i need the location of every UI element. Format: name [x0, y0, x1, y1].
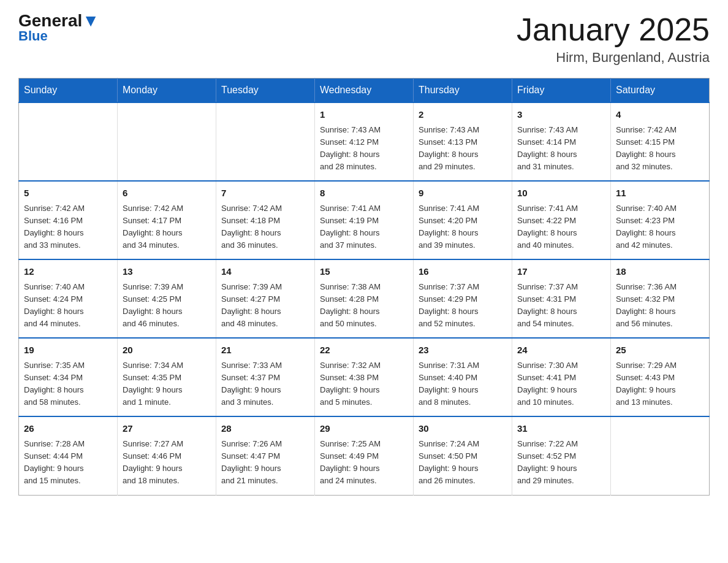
calendar-cell: 14Sunrise: 7:39 AMSunset: 4:27 PMDayligh…: [216, 259, 315, 338]
logo-general-text: General▼: [18, 12, 99, 29]
weekday-header-sunday: Sunday: [19, 79, 118, 103]
weekday-header-monday: Monday: [118, 79, 216, 103]
calendar-cell: 27Sunrise: 7:27 AMSunset: 4:46 PMDayligh…: [118, 416, 216, 495]
day-info: Sunrise: 7:27 AMSunset: 4:46 PMDaylight:…: [123, 438, 211, 488]
day-number: 13: [123, 265, 211, 279]
page-header: General▼ Blue January 2025 Hirm, Burgenl…: [18, 12, 710, 66]
calendar-cell: 6Sunrise: 7:42 AMSunset: 4:17 PMDaylight…: [118, 181, 216, 259]
day-number: 18: [616, 265, 704, 279]
day-number: 10: [517, 186, 605, 201]
day-number: 25: [616, 343, 704, 358]
calendar-cell: 23Sunrise: 7:31 AMSunset: 4:40 PMDayligh…: [414, 338, 512, 416]
day-info: Sunrise: 7:29 AMSunset: 4:43 PMDaylight:…: [616, 359, 704, 409]
calendar-cell: 3Sunrise: 7:43 AMSunset: 4:14 PMDaylight…: [512, 102, 611, 181]
weekday-header-friday: Friday: [512, 79, 611, 103]
day-info: Sunrise: 7:39 AMSunset: 4:25 PMDaylight:…: [123, 281, 211, 331]
day-number: 17: [517, 265, 605, 279]
day-number: 29: [320, 422, 408, 436]
calendar-cell: 31Sunrise: 7:22 AMSunset: 4:52 PMDayligh…: [512, 416, 611, 495]
day-info: Sunrise: 7:31 AMSunset: 4:40 PMDaylight:…: [419, 359, 507, 409]
day-info: Sunrise: 7:42 AMSunset: 4:16 PMDaylight:…: [24, 202, 112, 252]
logo: General▼ Blue: [18, 12, 99, 44]
day-info: Sunrise: 7:28 AMSunset: 4:44 PMDaylight:…: [24, 438, 112, 488]
day-number: 2: [419, 108, 507, 122]
weekday-header-thursday: Thursday: [414, 79, 512, 103]
day-info: Sunrise: 7:30 AMSunset: 4:41 PMDaylight:…: [517, 359, 605, 409]
day-number: 7: [221, 186, 309, 201]
day-info: Sunrise: 7:41 AMSunset: 4:20 PMDaylight:…: [419, 202, 507, 252]
calendar-cell: 29Sunrise: 7:25 AMSunset: 4:49 PMDayligh…: [315, 416, 414, 495]
calendar-cell: 19Sunrise: 7:35 AMSunset: 4:34 PMDayligh…: [19, 338, 118, 416]
day-number: 4: [616, 108, 704, 122]
calendar-cell: 22Sunrise: 7:32 AMSunset: 4:38 PMDayligh…: [315, 338, 414, 416]
calendar-week-row: 5Sunrise: 7:42 AMSunset: 4:16 PMDaylight…: [19, 181, 710, 259]
calendar-cell: 25Sunrise: 7:29 AMSunset: 4:43 PMDayligh…: [611, 338, 710, 416]
calendar-title: January 2025: [517, 12, 710, 47]
calendar-cell: 8Sunrise: 7:41 AMSunset: 4:19 PMDaylight…: [315, 181, 414, 259]
calendar-body: 1Sunrise: 7:43 AMSunset: 4:12 PMDaylight…: [19, 102, 710, 495]
day-number: 31: [517, 422, 605, 436]
weekday-header-wednesday: Wednesday: [315, 79, 414, 103]
weekday-header-saturday: Saturday: [611, 79, 710, 103]
day-info: Sunrise: 7:22 AMSunset: 4:52 PMDaylight:…: [517, 438, 605, 488]
day-number: 15: [320, 265, 408, 279]
calendar-cell: [611, 416, 710, 495]
calendar-cell: 9Sunrise: 7:41 AMSunset: 4:20 PMDaylight…: [414, 181, 512, 259]
calendar-cell: 2Sunrise: 7:43 AMSunset: 4:13 PMDaylight…: [414, 102, 512, 181]
logo-blue-text: Blue: [18, 28, 48, 44]
day-info: Sunrise: 7:38 AMSunset: 4:28 PMDaylight:…: [320, 281, 408, 331]
calendar-cell: 5Sunrise: 7:42 AMSunset: 4:16 PMDaylight…: [19, 181, 118, 259]
weekday-row: SundayMondayTuesdayWednesdayThursdayFrid…: [19, 79, 710, 103]
calendar-cell: 26Sunrise: 7:28 AMSunset: 4:44 PMDayligh…: [19, 416, 118, 495]
day-info: Sunrise: 7:43 AMSunset: 4:14 PMDaylight:…: [517, 124, 605, 174]
day-number: 23: [419, 343, 507, 358]
day-number: 30: [419, 422, 507, 436]
day-info: Sunrise: 7:37 AMSunset: 4:31 PMDaylight:…: [517, 281, 605, 331]
day-number: 21: [221, 343, 309, 358]
calendar-subtitle: Hirm, Burgenland, Austria: [517, 50, 710, 66]
day-number: 24: [517, 343, 605, 358]
title-area: January 2025 Hirm, Burgenland, Austria: [517, 12, 710, 66]
day-number: 5: [24, 186, 112, 201]
calendar-cell: 28Sunrise: 7:26 AMSunset: 4:47 PMDayligh…: [216, 416, 315, 495]
calendar-week-row: 1Sunrise: 7:43 AMSunset: 4:12 PMDaylight…: [19, 102, 710, 181]
day-number: 11: [616, 186, 704, 201]
calendar-header: SundayMondayTuesdayWednesdayThursdayFrid…: [19, 79, 710, 103]
calendar-cell: 7Sunrise: 7:42 AMSunset: 4:18 PMDaylight…: [216, 181, 315, 259]
day-info: Sunrise: 7:35 AMSunset: 4:34 PMDaylight:…: [24, 359, 112, 409]
day-number: 19: [24, 343, 112, 358]
calendar-cell: 21Sunrise: 7:33 AMSunset: 4:37 PMDayligh…: [216, 338, 315, 416]
day-number: 3: [517, 108, 605, 122]
calendar-cell: 11Sunrise: 7:40 AMSunset: 4:23 PMDayligh…: [611, 181, 710, 259]
day-info: Sunrise: 7:42 AMSunset: 4:18 PMDaylight:…: [221, 202, 309, 252]
day-number: 9: [419, 186, 507, 201]
calendar-cell: 10Sunrise: 7:41 AMSunset: 4:22 PMDayligh…: [512, 181, 611, 259]
day-info: Sunrise: 7:36 AMSunset: 4:32 PMDaylight:…: [616, 281, 704, 331]
day-number: 22: [320, 343, 408, 358]
calendar-cell: 4Sunrise: 7:42 AMSunset: 4:15 PMDaylight…: [611, 102, 710, 181]
calendar-cell: [216, 102, 315, 181]
calendar-cell: 15Sunrise: 7:38 AMSunset: 4:28 PMDayligh…: [315, 259, 414, 338]
calendar-cell: [118, 102, 216, 181]
day-number: 16: [419, 265, 507, 279]
day-info: Sunrise: 7:26 AMSunset: 4:47 PMDaylight:…: [221, 438, 309, 488]
day-info: Sunrise: 7:41 AMSunset: 4:22 PMDaylight:…: [517, 202, 605, 252]
calendar-cell: 20Sunrise: 7:34 AMSunset: 4:35 PMDayligh…: [118, 338, 216, 416]
calendar-cell: 13Sunrise: 7:39 AMSunset: 4:25 PMDayligh…: [118, 259, 216, 338]
day-number: 8: [320, 186, 408, 201]
day-number: 6: [123, 186, 211, 201]
day-info: Sunrise: 7:40 AMSunset: 4:23 PMDaylight:…: [616, 202, 704, 252]
day-number: 12: [24, 265, 112, 279]
calendar-cell: 18Sunrise: 7:36 AMSunset: 4:32 PMDayligh…: [611, 259, 710, 338]
day-number: 28: [221, 422, 309, 436]
day-number: 26: [24, 422, 112, 436]
calendar-cell: 1Sunrise: 7:43 AMSunset: 4:12 PMDaylight…: [315, 102, 414, 181]
calendar-cell: 17Sunrise: 7:37 AMSunset: 4:31 PMDayligh…: [512, 259, 611, 338]
day-number: 14: [221, 265, 309, 279]
calendar-table: SundayMondayTuesdayWednesdayThursdayFrid…: [18, 78, 710, 495]
day-info: Sunrise: 7:24 AMSunset: 4:50 PMDaylight:…: [419, 438, 507, 488]
day-info: Sunrise: 7:39 AMSunset: 4:27 PMDaylight:…: [221, 281, 309, 331]
calendar-cell: 30Sunrise: 7:24 AMSunset: 4:50 PMDayligh…: [414, 416, 512, 495]
calendar-week-row: 12Sunrise: 7:40 AMSunset: 4:24 PMDayligh…: [19, 259, 710, 338]
calendar-cell: 12Sunrise: 7:40 AMSunset: 4:24 PMDayligh…: [19, 259, 118, 338]
